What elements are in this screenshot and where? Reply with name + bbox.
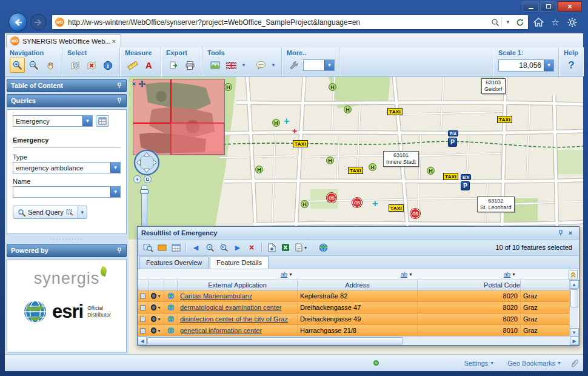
result-row[interactable]: ▼ genetical information center Harrachga… bbox=[138, 325, 570, 336]
sort-application[interactable]: ab▼ bbox=[178, 271, 298, 278]
maximize-button[interactable] bbox=[540, 1, 556, 12]
url-text[interactable]: http://w-ws-wintner/WebOffice/synserver?… bbox=[68, 18, 489, 27]
tools-wrench-button[interactable] bbox=[287, 58, 302, 73]
language-flag-button[interactable] bbox=[224, 58, 239, 73]
feature-link[interactable]: dermatological examination center bbox=[180, 304, 282, 311]
settings-link[interactable]: Settings▼ bbox=[464, 360, 495, 367]
parking-marker[interactable]: P bbox=[448, 138, 457, 147]
zoom-to-feature-icon[interactable] bbox=[151, 304, 156, 311]
pharmacy-marker[interactable]: H bbox=[369, 163, 376, 171]
sort-postal[interactable]: ab▼ bbox=[418, 271, 521, 278]
pin-icon[interactable] bbox=[116, 98, 122, 104]
highlight-selection-button[interactable] bbox=[156, 241, 168, 253]
report-button[interactable]: ▼ bbox=[293, 241, 309, 253]
header-postal[interactable]: Postal Code bbox=[418, 280, 521, 290]
globe-icon[interactable] bbox=[167, 327, 175, 334]
search-icon[interactable] bbox=[489, 16, 501, 29]
query-select[interactable]: Emergency ▼ bbox=[13, 115, 93, 127]
pharmacy-marker[interactable]: H bbox=[427, 167, 435, 175]
result-row[interactable]: ▼ dermatological examination center Drei… bbox=[138, 302, 570, 314]
zoom-out-button[interactable] bbox=[26, 58, 41, 73]
help-button[interactable]: ? bbox=[564, 58, 579, 73]
chevron-down-icon[interactable]: ▼ bbox=[502, 16, 514, 29]
cs-marker[interactable]: CS bbox=[352, 198, 362, 207]
back-button[interactable] bbox=[8, 13, 27, 32]
pharmacy-marker[interactable]: H bbox=[326, 156, 334, 164]
scrollbar-thumb[interactable] bbox=[147, 337, 403, 344]
panel-resizer-handle[interactable]: ··········· bbox=[7, 236, 127, 242]
chevron-down-icon[interactable]: ▼ bbox=[270, 62, 277, 68]
taxi-marker[interactable]: TAXI bbox=[389, 204, 404, 212]
chevron-down-icon[interactable]: ▼ bbox=[304, 246, 308, 250]
globe-icon[interactable] bbox=[167, 315, 175, 323]
scroll-left-icon[interactable]: ◀ bbox=[138, 337, 147, 345]
clear-selection-button[interactable] bbox=[84, 58, 99, 73]
map-view[interactable]: × + bbox=[129, 77, 583, 354]
chevron-down-icon[interactable]: ▼ bbox=[157, 294, 161, 298]
header-application[interactable]: External Application bbox=[178, 280, 298, 290]
cs-marker[interactable]: CS bbox=[410, 209, 420, 218]
refresh-icon[interactable] bbox=[514, 16, 526, 29]
chevron-down-icon[interactable]: ▼ bbox=[110, 163, 120, 173]
parking-marker[interactable]: P bbox=[461, 181, 470, 190]
select-feature-icon[interactable] bbox=[140, 317, 145, 322]
attachment-paperclip-icon[interactable] bbox=[570, 358, 578, 369]
entry-exit-marker[interactable]: E/A bbox=[448, 130, 458, 136]
result-row[interactable]: ▼ disinfection center of the city of Gra… bbox=[138, 314, 570, 325]
export-button[interactable] bbox=[166, 58, 181, 73]
chevron-down-icon[interactable]: ▼ bbox=[544, 60, 553, 71]
type-dropdown[interactable]: emergency ambulance ▼ bbox=[13, 162, 121, 173]
screenshot-button[interactable] bbox=[207, 58, 222, 73]
chevron-down-icon[interactable]: ▼ bbox=[157, 317, 161, 321]
zoom-previous-button[interactable] bbox=[204, 241, 216, 253]
taxi-marker[interactable]: TAXI bbox=[348, 167, 363, 174]
more-dropdown[interactable]: ▼ bbox=[303, 59, 335, 71]
zoom-slider[interactable] bbox=[141, 185, 147, 227]
overview-move-icon[interactable] bbox=[138, 80, 145, 87]
next-feature-button[interactable]: ▶ bbox=[232, 241, 244, 253]
pharmacy-marker[interactable]: H bbox=[344, 106, 352, 113]
header-address[interactable]: Address bbox=[298, 280, 418, 290]
scroll-down-icon[interactable]: ▼ bbox=[570, 328, 579, 337]
chevron-down-icon[interactable]: ▼ bbox=[157, 329, 161, 333]
scale-dropdown[interactable]: 18,056 ▼ bbox=[498, 59, 554, 72]
minimize-button[interactable] bbox=[523, 1, 539, 12]
pharmacy-marker[interactable]: H bbox=[255, 166, 263, 173]
select-feature-icon[interactable] bbox=[140, 305, 145, 311]
favorites-star-icon[interactable]: ☆ bbox=[548, 15, 563, 30]
resultlist-header[interactable]: Resultlist of Emergency × bbox=[138, 227, 579, 240]
scroll-right-icon[interactable]: ▶ bbox=[570, 337, 579, 345]
zoom-box-mini-button[interactable] bbox=[144, 175, 152, 183]
tab-close-icon[interactable]: × bbox=[111, 38, 117, 45]
remove-selection-button[interactable]: × bbox=[246, 241, 258, 253]
previous-feature-button[interactable]: ◀ bbox=[190, 241, 202, 253]
zoom-slider-handle[interactable] bbox=[140, 189, 149, 194]
horizontal-scrollbar[interactable]: ◀ ▶ bbox=[138, 336, 579, 345]
send-query-button[interactable]: Send Query bbox=[13, 206, 78, 219]
pharmacy-marker[interactable]: H bbox=[301, 200, 309, 208]
pin-icon[interactable] bbox=[116, 247, 122, 253]
queries-header[interactable]: Queries bbox=[7, 94, 127, 107]
select-feature-icon[interactable] bbox=[140, 328, 145, 334]
geo-bookmarks-link[interactable]: Geo Bookmarks▼ bbox=[507, 360, 561, 367]
pan-control[interactable] bbox=[133, 149, 161, 178]
zoom-to-selected-button[interactable] bbox=[142, 241, 154, 253]
identify-button[interactable]: i bbox=[100, 58, 115, 73]
taxi-marker[interactable]: TAXI bbox=[443, 173, 458, 180]
pan-button[interactable] bbox=[42, 58, 58, 73]
pin-icon[interactable] bbox=[116, 82, 122, 89]
close-panel-icon[interactable]: × bbox=[566, 229, 575, 237]
attribute-table-button[interactable] bbox=[170, 241, 182, 253]
zoom-next-button[interactable] bbox=[218, 241, 230, 253]
chevron-down-icon[interactable]: ▼ bbox=[240, 62, 247, 68]
select-rectangle-button[interactable] bbox=[67, 58, 82, 73]
sort-address[interactable]: ab▼ bbox=[298, 271, 418, 278]
feature-link[interactable]: disinfection center of the city of Graz bbox=[180, 315, 288, 323]
feature-link[interactable]: genetical information center bbox=[180, 327, 262, 334]
select-feature-icon[interactable] bbox=[140, 294, 145, 299]
scroll-up-icon[interactable]: ▲ bbox=[570, 280, 579, 289]
measure-button[interactable] bbox=[125, 58, 140, 73]
powered-by-header[interactable]: Powered by bbox=[7, 244, 127, 257]
cs-marker[interactable]: CS bbox=[327, 193, 336, 203]
export-result-button[interactable] bbox=[266, 241, 278, 253]
